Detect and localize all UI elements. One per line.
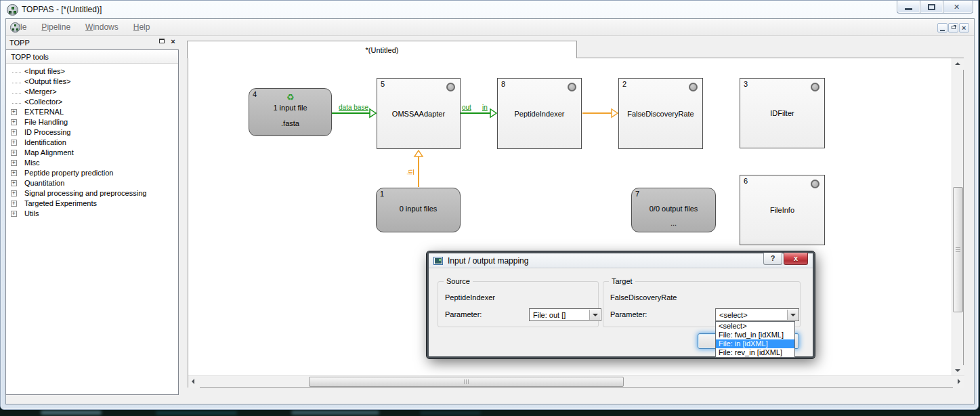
- dropdown-option-select[interactable]: <select>: [716, 322, 794, 331]
- target-tool-name: FalseDiscoveryRate: [610, 293, 677, 301]
- expand-icon[interactable]: +: [11, 160, 17, 166]
- tree-item-merger[interactable]: <Merger>: [6, 87, 178, 98]
- tree-item-misc[interactable]: +Misc: [6, 159, 178, 169]
- node-input-files[interactable]: 1 0 input files: [376, 188, 461, 232]
- tab-untitled[interactable]: *(Untitled): [187, 41, 577, 58]
- mdi-controls: ×: [937, 23, 969, 33]
- expand-icon[interactable]: +: [11, 109, 17, 115]
- expand-icon[interactable]: +: [11, 119, 17, 125]
- edge-inputfiles-omssa-arrowhead: [414, 150, 423, 157]
- horizontal-scrollbar[interactable]: [188, 375, 964, 387]
- node-idfilter[interactable]: 3 IDFilter: [740, 78, 825, 148]
- tree-item-external[interactable]: +EXTERNAL: [6, 108, 178, 118]
- node-fileinfo[interactable]: 6 FileInfo: [740, 175, 825, 245]
- expand-icon[interactable]: +: [11, 170, 17, 176]
- menu-windows[interactable]: Windows: [78, 20, 126, 35]
- mdi-restore-button[interactable]: [948, 23, 958, 33]
- close-icon: ✕: [954, 3, 960, 12]
- mdi-close-button[interactable]: ×: [959, 23, 969, 33]
- dialog-help-button[interactable]: ?: [763, 253, 782, 265]
- tree-item-quantitation[interactable]: +Quantitation: [6, 179, 178, 189]
- source-group-legend: Source: [444, 277, 473, 285]
- scroll-right-button[interactable]: [953, 376, 964, 388]
- dropdown-option-fwd-in[interactable]: File: fwd_in [idXML]: [716, 331, 794, 339]
- dialog-close-button[interactable]: x: [784, 253, 808, 265]
- tree-item-label: Utils: [24, 209, 39, 217]
- node-input-file-fasta[interactable]: 4 ♻ 1 input file .fasta: [249, 88, 332, 136]
- scroll-left-icon: [192, 379, 194, 384]
- tree-item-output-files[interactable]: <Output files>: [6, 77, 178, 87]
- mdi-minimize-icon: [940, 30, 945, 31]
- horizontal-scroll-thumb[interactable]: [309, 377, 624, 387]
- node-label: FalseDiscoveryRate: [627, 110, 694, 118]
- dropdown-option-rev-in[interactable]: File: rev_in [idXML]: [716, 348, 794, 357]
- tree-item-signal-processing[interactable]: +Signal processing and preprocessing: [6, 189, 178, 199]
- source-tool-name: PeptideIndexer: [445, 293, 495, 301]
- tree-branch-line: [12, 83, 21, 83]
- scroll-up-icon: [955, 62, 960, 65]
- tree-item-utils[interactable]: +Utils: [6, 209, 178, 220]
- combo-dropdown-arrow-icon[interactable]: [787, 310, 798, 320]
- node-sublabel: ...: [632, 219, 715, 227]
- expand-icon[interactable]: +: [11, 190, 17, 196]
- mdi-minimize-button[interactable]: [937, 23, 947, 33]
- node-number: 3: [744, 80, 748, 88]
- tree-item-label: Peptide property prediction: [24, 169, 113, 177]
- menu-windows-rest: indows: [93, 22, 118, 32]
- target-parameter-combobox[interactable]: <select>: [715, 308, 799, 321]
- scroll-left-button[interactable]: [188, 376, 200, 388]
- tree-item-label: Map Alignment: [24, 148, 74, 157]
- tree-item-file-handling[interactable]: +File Handling: [6, 118, 178, 128]
- menu-pipeline-rest: ipeline: [47, 22, 70, 32]
- vertical-scroll-thumb[interactable]: [953, 187, 963, 312]
- node-peptideindexer[interactable]: 8 PeptideIndexer: [497, 78, 582, 149]
- status-led-icon: [568, 83, 576, 91]
- node-number: 7: [635, 190, 639, 198]
- maximize-button[interactable]: [920, 1, 943, 14]
- node-sublabel: .fasta: [249, 119, 331, 127]
- tree-item-identification[interactable]: +Identification: [6, 138, 178, 148]
- tree-item-targeted-experiments[interactable]: +Targeted Experiments: [6, 199, 178, 209]
- dropdown-option-in[interactable]: File: in [idXML]: [716, 339, 794, 348]
- tree-item-id-processing[interactable]: +ID Processing: [6, 128, 178, 138]
- expand-icon[interactable]: +: [11, 129, 17, 136]
- minimize-button[interactable]: [897, 1, 920, 14]
- node-omssaadapter[interactable]: 5 OMSSAAdapter: [377, 78, 461, 149]
- expand-icon[interactable]: +: [11, 140, 17, 146]
- tree-item-label: Misc: [24, 159, 40, 167]
- dialog-icon: [433, 257, 443, 265]
- node-number: 8: [501, 80, 505, 88]
- expand-icon[interactable]: +: [11, 201, 17, 207]
- target-parameter-label: Parameter:: [610, 310, 647, 318]
- dock-close-button[interactable]: ×: [169, 37, 177, 46]
- node-number: 2: [622, 80, 626, 88]
- source-parameter-combobox[interactable]: File: out []: [529, 308, 601, 321]
- dock-float-button[interactable]: [158, 37, 167, 46]
- edge-label-in: in: [482, 104, 488, 111]
- menu-help[interactable]: Help: [126, 20, 158, 35]
- expand-icon[interactable]: +: [11, 211, 17, 217]
- node-output-files[interactable]: 7 0/0 output files ...: [631, 188, 716, 232]
- node-label: 0/0 output files: [632, 205, 715, 213]
- tree-item-peptide-property-prediction[interactable]: +Peptide property prediction: [6, 169, 178, 179]
- close-button[interactable]: ✕: [943, 1, 973, 14]
- node-label: FileInfo: [770, 206, 794, 214]
- edge-out-in-arrowhead: [490, 109, 496, 117]
- expand-icon[interactable]: +: [11, 150, 17, 156]
- node-label: OMSSAAdapter: [392, 110, 445, 118]
- tree-item-map-alignment[interactable]: +Map Alignment: [6, 148, 178, 159]
- node-falsediscoveryrate[interactable]: 2 FalseDiscoveryRate: [618, 78, 703, 149]
- tree-item-label: Signal processing and preprocessing: [24, 189, 146, 197]
- topp-tools-panel: TOPP tools <Input files> <Output files> …: [5, 49, 179, 395]
- menu-pipeline[interactable]: Pipeline: [34, 20, 78, 35]
- scroll-up-button[interactable]: [952, 58, 964, 70]
- status-led-icon: [689, 83, 698, 91]
- combo-dropdown-arrow-icon[interactable]: [589, 310, 600, 320]
- tree-item-label: File Handling: [24, 118, 68, 126]
- tree-item-collector[interactable]: <Collector>: [6, 98, 178, 108]
- app-icon: [7, 4, 18, 16]
- edge-label-in-vertical: in: [406, 169, 414, 175]
- tree-item-input-files[interactable]: <Input files>: [6, 67, 178, 77]
- expand-icon[interactable]: +: [11, 180, 17, 186]
- vertical-scrollbar[interactable]: [952, 58, 963, 377]
